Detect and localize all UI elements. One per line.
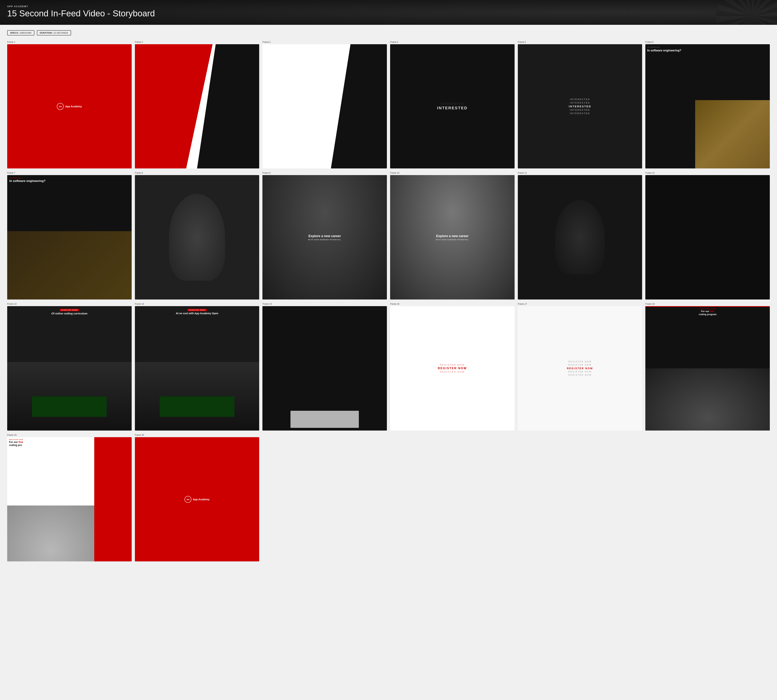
frame-thumb-19: REGISTER NOW For our freecoding pro <box>7 437 132 562</box>
interested-r1: INTERESTED <box>570 98 590 101</box>
frame-thumb-13: ACCESS 500+ HOURS Of online coding curri… <box>7 306 132 430</box>
specs-badge: SPECS: 1080X1080 <box>7 30 34 35</box>
frame-label-8: Frame 8 <box>135 172 259 174</box>
frame-label-2: Frame 2 <box>135 41 259 43</box>
frame-item-14: Frame 14 ACCESS 500+ HOURS At no cost wi… <box>135 303 259 430</box>
frame18-register: REGISTER NOW <box>645 308 770 310</box>
frame-label-1: Frame 1 <box>7 41 132 43</box>
frame14-content: ACCESS 500+ HOURS At no cost with App Ac… <box>135 308 259 315</box>
frame-item-11: Frame 11 <box>518 172 642 300</box>
frame-item-4: Frame 4 INTERESTED INTERESTED <box>390 41 515 168</box>
frame-thumb-1: a/a App Academy <box>7 44 132 168</box>
frame-label-18: Frame 18 <box>645 303 770 305</box>
frame14-badge: ACCESS 500+ HOURS <box>187 309 207 311</box>
frame-item-15: Frame 15 <box>262 303 387 430</box>
frame-item-12: Frame 12 <box>645 172 770 300</box>
frame-label-16: Frame 16 <box>390 303 515 305</box>
content-area: SPECS: 1080X1080 DURATION: 15 SECONDS Fr… <box>0 25 777 567</box>
frame14-screen <box>160 397 234 417</box>
frame-thumb-17: REGISTER NOW REGISTER NOW REGISTER NOW R… <box>518 306 642 430</box>
frame10-sub: WITH HIGH EARNING POTENTIAL <box>436 239 469 240</box>
frame-thumb-6: INTERESTED In software engineering? <box>645 44 770 168</box>
logo-circle-20: a/a <box>185 496 191 503</box>
frame19-img <box>7 505 94 562</box>
frame9-title: Explore a new career <box>308 234 341 238</box>
frame18-content: REGISTER NOW For our freecoding program <box>645 308 770 316</box>
frame8-waves <box>135 175 259 300</box>
frame13-laptop <box>7 362 132 430</box>
frame-label-17: Frame 17 <box>518 303 642 305</box>
frame19-title: For our freecoding pro <box>9 441 23 447</box>
frame-item-17: Frame 17 REGISTER NOW REGISTER NOW REGIS… <box>518 303 642 430</box>
frame-thumb-16: REGISTER NOW REGISTER NOW REGISTER NOW <box>390 306 515 430</box>
frame-thumb-14: ACCESS 500+ HOURS At no cost with App Ac… <box>135 306 259 430</box>
frame-label-9: Frame 9 <box>262 172 387 174</box>
interested-r3: INTERESTED <box>569 105 591 108</box>
frame19-content: REGISTER NOW For our freecoding pro <box>9 439 23 447</box>
frame6-person <box>695 100 770 168</box>
frame-item-9: Frame 9 Explore a new career WITH HIGH E… <box>262 172 387 300</box>
frame-label-19: Frame 19 <box>7 434 132 436</box>
frames-grid: Frame 1 a/a App Academy Frame 2 Frame 3 <box>7 41 770 562</box>
frame-item-1: Frame 1 a/a App Academy <box>7 41 132 168</box>
frame18-img <box>645 368 770 430</box>
frame-thumb-7: INTERESTED In software engineering? <box>7 175 132 300</box>
frame-thumb-18: REGISTER NOW For our freecoding program <box>645 306 770 430</box>
register-faded-bottom: REGISTER NOW <box>440 370 465 373</box>
frame14-laptop <box>135 362 259 430</box>
logo-circle-1: a/a <box>57 103 63 110</box>
frame10-title: Explore a new career <box>436 234 469 238</box>
frame9-sub: WITH HIGH EARNING POTENTIAL <box>308 239 341 240</box>
frame-thumb-20: a/a App Academy <box>135 437 259 562</box>
frame-label-20: Frame 20 <box>135 434 259 436</box>
frame-label-6: Frame 6 <box>645 41 770 43</box>
frame10-content: Explore a new career WITH HIGH EARNING P… <box>436 234 469 240</box>
frame-item-5: Frame 5 INTERESTED INTERESTED INTERESTED… <box>518 41 642 168</box>
interested-main: INTERESTED <box>437 106 468 110</box>
frame7-title: In software engineering? <box>9 179 45 183</box>
header-brand: APP ACADEMY <box>7 5 770 8</box>
frame18-topbar <box>645 306 770 307</box>
frame6-interested: INTERESTED <box>647 47 768 48</box>
frame7-content: INTERESTED In software engineering? <box>9 177 45 183</box>
frame7-bg <box>7 231 132 300</box>
reg-r1: REGISTER NOW <box>568 360 592 363</box>
frame-thumb-5: INTERESTED INTERESTED INTERESTED INTERES… <box>518 44 642 168</box>
interested-r4: INTERESTED <box>570 108 590 111</box>
frame14-title: At no cost with App Academy Open <box>135 312 259 315</box>
frame-thumb-8 <box>135 175 259 300</box>
frame-label-13: Frame 13 <box>7 303 132 305</box>
frame9-content: Explore a new career WITH HIGH EARNING P… <box>308 234 341 240</box>
frame-label-10: Frame 10 <box>390 172 515 174</box>
frame18-title: For our freecoding program <box>645 310 770 316</box>
frame-label-7: Frame 7 <box>7 172 132 174</box>
frame7-interested: INTERESTED <box>9 177 45 179</box>
interested-r5: INTERESTED <box>570 112 590 115</box>
frame-label-5: Frame 5 <box>518 41 642 43</box>
frame-label-12: Frame 12 <box>645 172 770 174</box>
header-title-light: - Storyboard <box>105 8 155 18</box>
frame-thumb-2 <box>135 44 259 168</box>
frame-label-4: Frame 4 <box>390 41 515 43</box>
logo-text-20: App Academy <box>193 498 209 501</box>
register-faded-top: REGISTER NOW <box>440 363 465 366</box>
frame13-screen <box>32 397 107 417</box>
frame-item-16: Frame 16 REGISTER NOW REGISTER NOW REGIS… <box>390 303 515 430</box>
frame18-free: free <box>710 310 714 313</box>
reg-r3: REGISTER NOW <box>567 367 593 370</box>
logo-text-1: App Academy <box>65 105 82 108</box>
frame-item-7: Frame 7 INTERESTED In software engineeri… <box>7 172 132 300</box>
frame-label-3: Frame 3 <box>262 41 387 43</box>
duration-badge: DURATION: 15 SECONDS <box>37 30 71 35</box>
frame-item-10: Frame 10 Explore a new career WITH HIGH … <box>390 172 515 300</box>
header-title-bold: 15 Second In-Feed Video <box>7 8 105 18</box>
frame-item-3: Frame 3 <box>262 41 387 168</box>
register-main: REGISTER NOW <box>438 367 467 370</box>
frame-thumb-11 <box>518 175 642 300</box>
frame3-black <box>331 44 387 168</box>
frame19-red <box>94 437 132 562</box>
frame-label-11: Frame 11 <box>518 172 642 174</box>
frame13-content: ACCESS 500+ HOURS Of online coding curri… <box>7 308 132 315</box>
frame-item-18: Frame 18 REGISTER NOW For our freecoding… <box>645 303 770 430</box>
frame-item-13: Frame 13 ACCESS 500+ HOURS Of online cod… <box>7 303 132 430</box>
